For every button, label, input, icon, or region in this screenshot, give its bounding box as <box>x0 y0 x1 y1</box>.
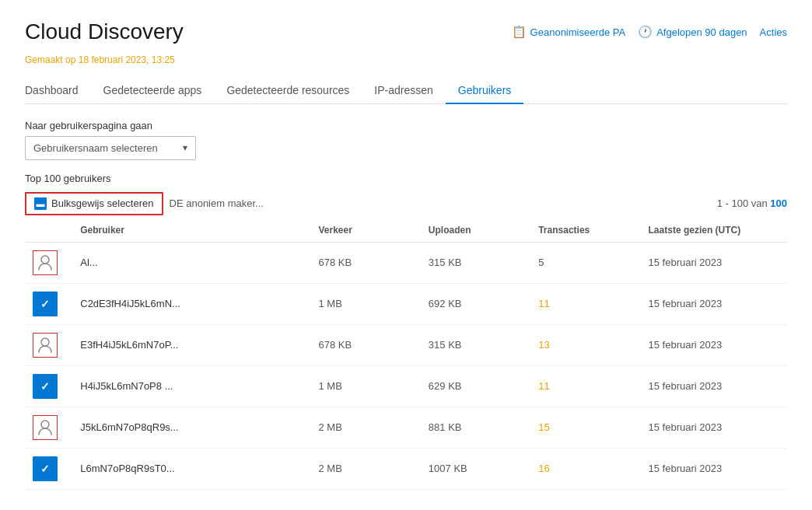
dropdown-placeholder: Gebruikersnaam selecteren <box>33 142 158 154</box>
row-0-last-seen: 15 februari 2023 <box>641 242 787 283</box>
anonymized-pa-label: Geanonimiseerde PA <box>530 26 626 38</box>
row-3-uploads: 629 KB <box>421 365 530 407</box>
table-header: Gebruiker Verkeer Uploaden Transacties L… <box>25 218 787 243</box>
row-1-last-seen: 15 februari 2023 <box>641 283 787 324</box>
check-mark-icon: ✓ <box>40 463 50 475</box>
table-row: J5kL6mN7oP8qR9s...2 MB881 KB1515 februar… <box>25 407 787 448</box>
row-5-checkbox[interactable]: ✓ <box>33 456 58 481</box>
svg-point-1 <box>41 338 49 346</box>
col-header-checkbox <box>25 218 72 243</box>
row-3-checkbox[interactable]: ✓ <box>33 374 58 399</box>
row-2-checkbox-cell <box>25 324 72 365</box>
row-0-user-icon[interactable] <box>33 250 58 275</box>
row-5-transactions: 16 <box>530 448 640 489</box>
clock-icon: 🕐 <box>638 25 653 39</box>
page-container: Cloud Discovery 📋 Geanonimiseerde PA 🕐 A… <box>0 0 812 510</box>
row-0-traffic: 678 KB <box>311 242 421 283</box>
check-mark-icon: ✓ <box>40 380 50 393</box>
row-5-last-seen: 15 februari 2023 <box>641 448 787 489</box>
row-1-checkbox[interactable]: ✓ <box>33 292 58 316</box>
row-1-uploads: 692 KB <box>421 283 530 324</box>
period-label: Afgelopen 90 dagen <box>656 26 747 38</box>
row-1-transactions: 11 <box>530 283 640 324</box>
row-2-transactions: 13 <box>530 324 640 365</box>
row-3-username: H4iJ5kL6mN7oP8 ... <box>72 365 310 407</box>
tab-dashboard[interactable]: Dashboard <box>25 78 91 104</box>
row-4-uploads: 881 KB <box>421 407 530 448</box>
header-actions: 📋 Geanonimiseerde PA 🕐 Afgelopen 90 dage… <box>512 25 787 39</box>
row-4-transactions: 15 <box>530 407 640 448</box>
pagination-total: 100 <box>770 197 787 209</box>
row-0-checkbox-cell <box>25 242 72 283</box>
users-table: Gebruiker Verkeer Uploaden Transacties L… <box>25 218 787 490</box>
col-header-laatste-gezien: Laatste gezien (UTC) <box>641 218 787 243</box>
row-1-username: C2dE3fH4iJ5kL6mN... <box>72 283 310 324</box>
row-4-last-seen: 15 februari 2023 <box>641 407 787 448</box>
tab-gedetecteerde-resources[interactable]: Gedetecteerde resources <box>214 78 362 104</box>
table-row: ✓H4iJ5kL6mN7oP8 ...1 MB629 KB1115 februa… <box>25 365 787 407</box>
svg-point-2 <box>41 421 49 428</box>
bulk-check-mark: ▬ <box>37 199 45 208</box>
row-5-uploads: 1007 KB <box>421 448 530 489</box>
page-header: Cloud Discovery 📋 Geanonimiseerde PA 🕐 A… <box>25 19 787 45</box>
anonymized-pa-button[interactable]: 📋 Geanonimiseerde PA <box>512 25 626 39</box>
bulk-select-label: Bulksgewijs selecteren <box>51 197 154 209</box>
col-header-transacties: Transacties <box>530 218 640 243</box>
col-header-verkeer: Verkeer <box>311 218 421 243</box>
table-row: E3fH4iJ5kL6mN7oP...678 KB315 KB1315 febr… <box>25 324 787 365</box>
row-2-uploads: 315 KB <box>421 324 530 365</box>
row-0-uploads: 315 KB <box>421 242 530 283</box>
acties-button[interactable]: Acties <box>760 26 787 38</box>
file-icon: 📋 <box>512 25 527 39</box>
check-mark-icon: ✓ <box>40 298 50 310</box>
row-4-traffic: 2 MB <box>311 407 421 448</box>
bulk-action-bar: ▬ Bulksgewijs selecteren DE anoniem make… <box>25 192 787 215</box>
row-1-checkbox-cell: ✓ <box>25 283 72 324</box>
anonymize-link[interactable]: DE anoniem maker... <box>170 197 264 209</box>
username-dropdown[interactable]: Gebruikersnaam selecteren ▾ <box>25 136 196 160</box>
col-header-uploaden: Uploaden <box>421 218 530 243</box>
col-header-gebruiker: Gebruiker <box>72 218 310 243</box>
row-4-checkbox-cell <box>25 407 72 448</box>
row-5-checkbox-cell: ✓ <box>25 448 72 489</box>
row-0-transactions: 5 <box>530 242 640 283</box>
row-3-transactions: 11 <box>530 365 640 407</box>
bulk-select-button[interactable]: ▬ Bulksgewijs selecteren <box>25 192 163 215</box>
table-body: Al...678 KB315 KB515 februari 2023✓C2dE3… <box>25 242 787 489</box>
page-title: Cloud Discovery <box>25 19 184 45</box>
row-5-username: L6mN7oP8qR9sT0... <box>72 448 310 489</box>
user-page-nav: Naar gebruikerspagina gaan Gebruikersnaa… <box>25 120 787 160</box>
row-3-last-seen: 15 februari 2023 <box>641 365 787 407</box>
tabs-container: Dashboard Gedetecteerde apps Gedetecteer… <box>25 78 787 104</box>
row-2-user-icon[interactable] <box>33 333 58 358</box>
table-header-row: Gebruiker Verkeer Uploaden Transacties L… <box>25 218 787 243</box>
table-row: ✓C2dE3fH4iJ5kL6mN...1 MB692 KB1115 febru… <box>25 283 787 324</box>
user-nav-label: Naar gebruikerspagina gaan <box>25 120 787 131</box>
row-1-traffic: 1 MB <box>311 283 421 324</box>
tab-gebruikers[interactable]: Gebruikers <box>446 78 523 104</box>
row-0-username: Al... <box>72 242 310 283</box>
row-2-username: E3fH4iJ5kL6mN7oP... <box>72 324 310 365</box>
row-2-last-seen: 15 februari 2023 <box>641 324 787 365</box>
row-4-user-icon[interactable] <box>33 415 58 440</box>
row-5-traffic: 2 MB <box>311 448 421 489</box>
row-2-traffic: 678 KB <box>311 324 421 365</box>
bulk-left: ▬ Bulksgewijs selecteren DE anoniem make… <box>25 192 264 215</box>
period-button[interactable]: 🕐 Afgelopen 90 dagen <box>638 25 747 39</box>
chevron-down-icon: ▾ <box>183 142 187 153</box>
row-3-checkbox-cell: ✓ <box>25 365 72 407</box>
table-row: Al...678 KB315 KB515 februari 2023 <box>25 242 787 283</box>
tab-gedetecteerde-apps[interactable]: Gedetecteerde apps <box>91 78 215 104</box>
pagination-from: 1 - 100 van <box>717 197 771 209</box>
row-3-traffic: 1 MB <box>311 365 421 407</box>
tab-ip-adressen[interactable]: IP-adressen <box>362 78 445 104</box>
table-row: ✓L6mN7oP8qR9sT0...2 MB1007 KB1615 februa… <box>25 448 787 489</box>
row-4-username: J5kL6mN7oP8qR9s... <box>72 407 310 448</box>
subtitle: Gemaakt op 18 februari 2023, 13:25 <box>25 54 787 65</box>
top-users-label: Top 100 gebruikers <box>25 173 787 184</box>
bulk-checkbox-icon: ▬ <box>34 197 47 210</box>
svg-point-0 <box>41 256 49 264</box>
pagination-info: 1 - 100 van 100 <box>717 197 787 209</box>
